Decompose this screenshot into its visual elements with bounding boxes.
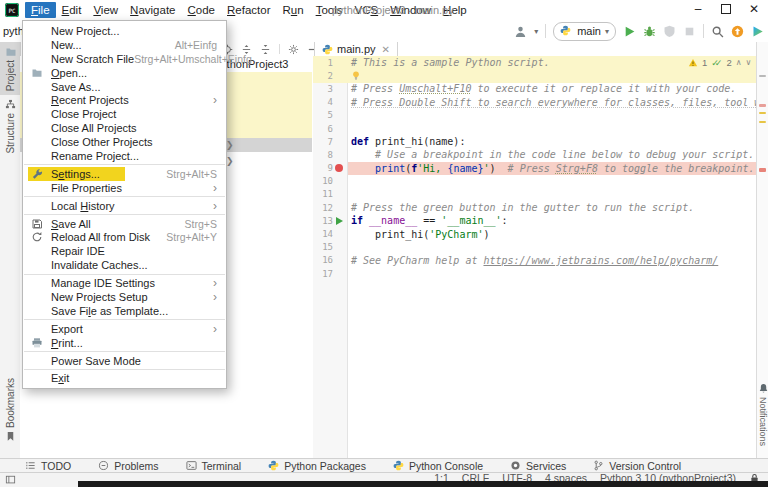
stripe-button-notifications[interactable]: Notifications [757,379,768,450]
gutter-icon-slot[interactable] [333,56,347,69]
line-number[interactable]: 7 [313,137,333,147]
file-menu-item-save-file-as-template[interactable]: Save File as Template... [23,304,226,318]
tool-window-button-todo[interactable]: TODO [25,460,71,472]
analysis-stripe-mark[interactable] [759,104,766,107]
line-number[interactable]: 2 [313,71,333,81]
file-menu-item-close-all-projects[interactable]: Close All Projects [23,121,226,135]
collapse-all-icon[interactable] [260,44,271,55]
analysis-stripe-mark[interactable] [759,121,766,123]
file-menu-item-new[interactable]: New...Alt+Einfg [23,38,226,52]
update-available-icon[interactable] [731,25,744,38]
line-number[interactable]: 14 [313,229,333,239]
close-button[interactable]: ✕ [740,0,768,18]
chevron-right-icon[interactable]: ❯ [226,140,234,150]
user-icon[interactable] [514,25,527,38]
code-line-8[interactable]: 8 # Use a breakpoint in the code line be… [313,148,756,161]
tool-window-button-services[interactable]: Services [510,460,566,472]
minimize-button[interactable]: – [684,0,712,18]
code-line-10[interactable]: 10 [313,175,756,188]
tool-windows-toggle-icon[interactable] [5,475,16,485]
stop-button[interactable] [683,25,696,38]
gutter-icon-slot[interactable] [333,228,347,241]
file-menu-item-rename-project[interactable]: Rename Project... [23,149,226,163]
menubar-item-navigate[interactable]: Navigate [124,2,181,18]
gutter-icon-slot[interactable] [333,109,347,122]
gutter-icon-slot[interactable] [333,175,347,188]
code-line-3[interactable]: 3# Press Umschalt+F10 to execute it or r… [313,82,756,95]
gutter-icon-slot[interactable] [333,96,347,109]
file-menu-item-file-properties[interactable]: File Properties› [23,181,226,195]
close-tab-icon[interactable]: ✕ [382,44,390,55]
file-menu-item-recent-projects[interactable]: Recent Projects› [23,93,226,107]
menubar-item-file[interactable]: File [25,2,56,18]
gutter-icon-slot[interactable] [333,162,347,175]
run-gutter-icon[interactable] [336,217,343,225]
file-menu-item-open[interactable]: Open... [23,66,226,80]
stripe-button-bookmarks[interactable]: Bookmarks [0,374,20,446]
gutter-icon-slot[interactable] [333,148,347,161]
debug-button[interactable] [643,25,656,38]
next-problem-icon[interactable]: ∨ [746,58,752,67]
inspections-widget[interactable]: 1 ✓✓ 2 ∧ ∨ [688,57,751,68]
code-line-6[interactable]: 6 [313,122,756,135]
gutter-icon-slot[interactable] [333,135,347,148]
chevron-right-icon[interactable]: ❯ [226,156,234,166]
breakpoint-icon[interactable] [335,164,343,172]
file-menu-item-new-projects-setup[interactable]: New Projects Setup› [23,290,226,304]
line-number[interactable]: 9 [313,163,333,173]
line-number[interactable]: 15 [313,242,333,252]
file-menu-item-exit[interactable]: Exit [23,371,226,385]
line-number[interactable]: 6 [313,124,333,134]
tool-window-button-version-control[interactable]: Version Control [593,460,681,472]
search-everywhere-icon[interactable] [711,25,724,38]
analysis-stripe-mark[interactable] [759,168,766,172]
gutter-icon-slot[interactable] [333,241,347,254]
file-menu-item-invalidate-caches[interactable]: Invalidate Caches... [23,258,226,272]
menubar-item-code[interactable]: Code [182,2,222,18]
line-number[interactable]: 12 [313,203,333,213]
code-line-7[interactable]: 7def print_hi(name): [313,135,756,148]
file-menu-item-power-save-mode[interactable]: Power Save Mode [23,354,226,368]
file-menu-item-reload-all-from-disk[interactable]: Reload All from DiskStrg+Alt+Y [23,230,226,244]
code-line-12[interactable]: 12# Press the green button in the gutter… [313,201,756,214]
code-line-4[interactable]: 4# Press Double Shift to search everywhe… [313,96,756,109]
analysis-stripe-mark[interactable] [759,75,766,77]
code-line-14[interactable]: 14 print_hi('PyCharm') [313,227,756,240]
file-menu-item-save-as[interactable]: Save As... [23,80,226,94]
line-number[interactable]: 16 [313,255,333,265]
code-line-9[interactable]: 9 print(f'Hi, {name}') # Press Strg+F8 t… [313,162,756,175]
file-menu-item-new-scratch-file[interactable]: New Scratch FileStrg+Alt+Umschalt+Einfg [23,52,226,66]
line-number[interactable]: 3 [313,84,333,94]
gutter-icon-slot[interactable] [333,254,347,267]
tool-window-button-terminal[interactable]: Terminal [186,460,242,472]
gutter-icon-slot[interactable] [333,201,347,214]
file-menu-item-settings[interactable]: Settings...Strg+Alt+S [23,167,226,181]
stripe-button-project[interactable]: Project [0,42,20,95]
line-number[interactable]: 11 [313,189,333,199]
line-number[interactable]: 5 [313,110,333,120]
code-line-15[interactable]: 15 [313,241,756,254]
stripe-button-structure[interactable]: Structure [0,95,20,158]
editor[interactable]: 1# This is a sample Python script.23# Pr… [313,56,756,458]
gradient-play-icon[interactable] [751,25,764,38]
gutter-icon-slot[interactable] [333,267,347,280]
intention-bulb-icon[interactable] [351,70,361,81]
file-menu-item-close-project[interactable]: Close Project [23,107,226,121]
menubar-item-edit[interactable]: Edit [56,2,88,18]
prev-problem-icon[interactable]: ∧ [736,58,742,67]
menubar-item-run[interactable]: Run [277,2,310,18]
gutter-icon-slot[interactable] [333,122,347,135]
line-number[interactable]: 17 [313,269,333,279]
run-button[interactable] [623,25,636,38]
file-menu-item-save-all[interactable]: Save AllStrg+S [23,217,226,231]
menubar-item-refactor[interactable]: Refactor [221,2,276,18]
analysis-stripe-mark[interactable] [759,112,766,114]
gutter-icon-slot[interactable] [333,188,347,201]
file-menu-item-print[interactable]: Print... [23,336,226,350]
file-menu-item-repair-ide[interactable]: Repair IDE [23,244,226,258]
line-number[interactable]: 13 [313,216,333,226]
tool-window-button-python-packages[interactable]: Python Packages [268,460,366,472]
code-line-16[interactable]: 16# See PyCharm help at https://www.jetb… [313,254,756,267]
gutter-icon-slot[interactable] [333,214,347,227]
file-menu-item-export[interactable]: Export› [23,322,226,336]
